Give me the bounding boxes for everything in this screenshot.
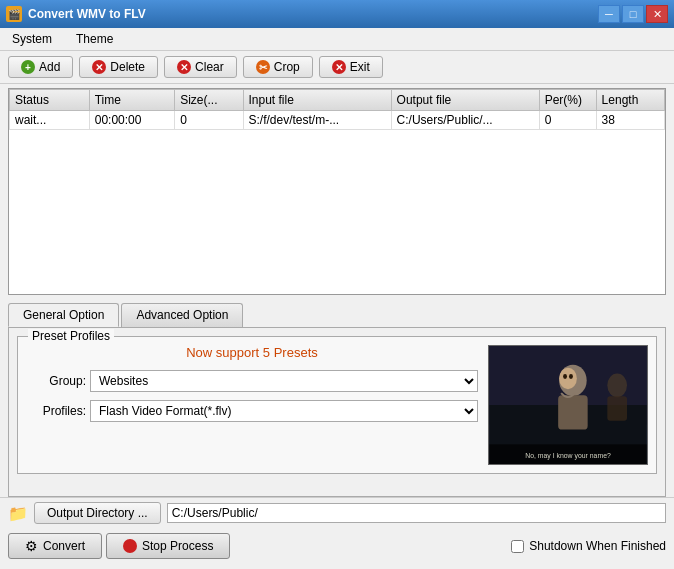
delete-button[interactable]: ✕ Delete <box>79 56 158 78</box>
svg-point-5 <box>559 368 577 390</box>
profiles-select[interactable]: Flash Video Format(*.flv) FLV HD FLV Low… <box>90 400 478 422</box>
col-per: Per(%) <box>539 90 596 111</box>
preview-placeholder: No, may I know your name? <box>489 346 647 464</box>
group-row: Group: Websites Mobile Desktop DVD Custo… <box>26 370 478 392</box>
svg-rect-4 <box>558 395 588 429</box>
group-label: Group: <box>26 374 86 388</box>
tab-advanced[interactable]: Advanced Option <box>121 303 243 327</box>
minimize-button[interactable]: ─ <box>598 5 620 23</box>
cell-input: S:/f/dev/test/m-... <box>243 111 391 130</box>
shutdown-label: Shutdown When Finished <box>529 539 666 553</box>
output-directory-button[interactable]: Output Directory ... <box>34 502 161 524</box>
preset-group-label: Preset Profiles <box>28 329 114 343</box>
delete-icon: ✕ <box>92 60 106 74</box>
clear-button[interactable]: ✕ Clear <box>164 56 237 78</box>
folder-icon: 📁 <box>8 504 28 523</box>
output-directory-input[interactable] <box>167 503 666 523</box>
title-bar: 🎬 Convert WMV to FLV ─ □ ✕ <box>0 0 674 28</box>
cell-per: 0 <box>539 111 596 130</box>
convert-button[interactable]: ⚙ Convert <box>8 533 102 559</box>
profiles-label: Profiles: <box>26 404 86 418</box>
col-time: Time <box>89 90 174 111</box>
group-select[interactable]: Websites Mobile Desktop DVD Custom <box>90 370 478 392</box>
shutdown-row: Shutdown When Finished <box>511 539 666 553</box>
tabs-area: General Option Advanced Option Preset Pr… <box>0 299 674 497</box>
col-status: Status <box>10 90 90 111</box>
file-table: Status Time Size(... Input file Output f… <box>9 89 665 130</box>
maximize-button[interactable]: □ <box>622 5 644 23</box>
col-input: Input file <box>243 90 391 111</box>
toolbar: + Add ✕ Delete ✕ Clear ✂ Crop ✕ Exit <box>0 51 674 84</box>
tab-content: Preset Profiles Now support 5 Presets Gr… <box>8 327 666 497</box>
close-button[interactable]: ✕ <box>646 5 668 23</box>
col-output: Output file <box>391 90 539 111</box>
clear-icon: ✕ <box>177 60 191 74</box>
output-directory-bar: 📁 Output Directory ... <box>0 497 674 528</box>
crop-button[interactable]: ✂ Crop <box>243 56 313 78</box>
table-row[interactable]: wait... 00:00:00 0 S:/f/dev/test/m-... C… <box>10 111 665 130</box>
add-icon: + <box>21 60 35 74</box>
preset-profiles-group: Preset Profiles Now support 5 Presets Gr… <box>17 336 657 474</box>
tab-general[interactable]: General Option <box>8 303 119 327</box>
col-length: Length <box>596 90 664 111</box>
window-title: Convert WMV to FLV <box>28 7 146 21</box>
shutdown-checkbox[interactable] <box>511 540 524 553</box>
preview-image: No, may I know your name? <box>489 346 647 464</box>
svg-text:No, may I know your name?: No, may I know your name? <box>525 452 611 460</box>
cell-status: wait... <box>10 111 90 130</box>
support-text: Now support 5 Presets <box>26 345 478 360</box>
window-controls: ─ □ ✕ <box>598 5 668 23</box>
action-buttons: ⚙ Convert Stop Process <box>8 533 230 559</box>
cell-output: C:/Users/Public/... <box>391 111 539 130</box>
crop-icon: ✂ <box>256 60 270 74</box>
preset-inner: Now support 5 Presets Group: Websites Mo… <box>26 345 648 465</box>
profiles-row: Profiles: Flash Video Format(*.flv) FLV … <box>26 400 478 422</box>
svg-point-7 <box>569 374 573 379</box>
cell-time: 00:00:00 <box>89 111 174 130</box>
tabs: General Option Advanced Option <box>8 303 666 327</box>
stop-icon <box>123 539 137 553</box>
exit-icon: ✕ <box>332 60 346 74</box>
add-button[interactable]: + Add <box>8 56 73 78</box>
file-table-wrapper: Status Time Size(... Input file Output f… <box>8 88 666 295</box>
action-bar: ⚙ Convert Stop Process Shutdown When Fin… <box>0 528 674 564</box>
exit-button[interactable]: ✕ Exit <box>319 56 383 78</box>
menu-bar: System Theme <box>0 28 674 51</box>
cell-size: 0 <box>175 111 243 130</box>
preset-form: Now support 5 Presets Group: Websites Mo… <box>26 345 478 465</box>
menu-theme[interactable]: Theme <box>70 30 119 48</box>
svg-point-8 <box>607 374 627 398</box>
col-size: Size(... <box>175 90 243 111</box>
svg-point-6 <box>563 374 567 379</box>
app-icon: 🎬 <box>6 6 22 22</box>
preview-box: No, may I know your name? <box>488 345 648 465</box>
stop-process-button[interactable]: Stop Process <box>106 533 230 559</box>
menu-system[interactable]: System <box>6 30 58 48</box>
convert-icon: ⚙ <box>25 538 38 554</box>
cell-length: 38 <box>596 111 664 130</box>
svg-rect-9 <box>607 396 627 421</box>
